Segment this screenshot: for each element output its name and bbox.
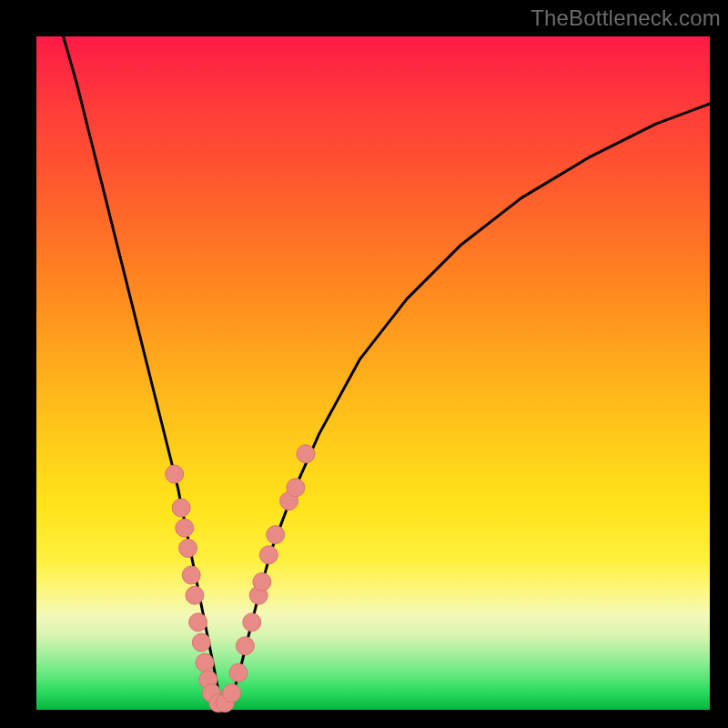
- marker-dot: [196, 653, 214, 672]
- bottleneck-curve: [64, 36, 710, 710]
- marker-dot: [267, 526, 285, 544]
- marker-dot: [229, 663, 248, 682]
- marker-dot: [186, 586, 204, 604]
- marker-dot: [192, 633, 210, 652]
- marker-dot: [259, 546, 278, 564]
- watermark-text: TheBottleneck.com: [531, 5, 721, 31]
- marker-dot: [189, 613, 207, 632]
- marker-dot: [297, 445, 315, 463]
- marker-dot: [243, 613, 261, 632]
- marker-dot: [182, 566, 200, 584]
- marker-dots: [166, 445, 315, 713]
- marker-dot: [236, 637, 254, 655]
- curve-path: [64, 36, 710, 710]
- plot-area: [36, 36, 710, 710]
- marker-dot: [172, 499, 190, 517]
- chart-overlay: [36, 36, 710, 710]
- marker-dot: [179, 539, 197, 557]
- marker-dot: [223, 684, 241, 703]
- marker-dot: [176, 519, 194, 537]
- marker-dot: [166, 465, 184, 483]
- chart-frame: TheBottleneck.com: [0, 0, 728, 728]
- marker-dot: [253, 572, 271, 591]
- marker-dot: [287, 479, 305, 497]
